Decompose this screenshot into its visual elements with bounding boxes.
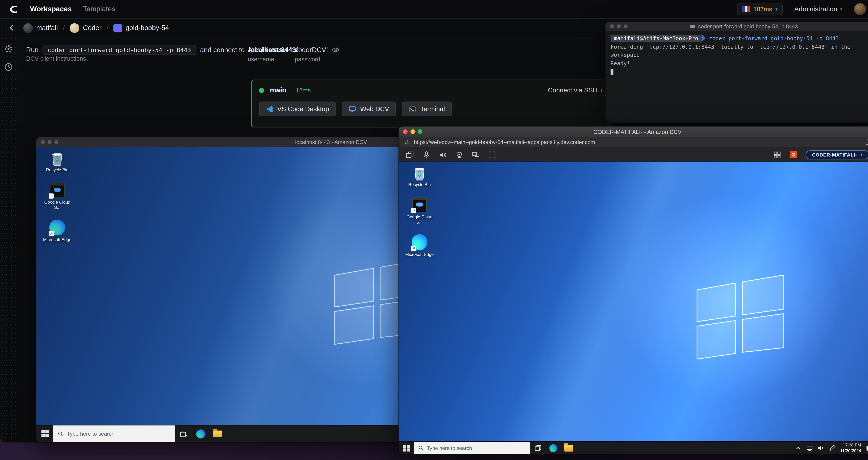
dcv-titlebar[interactable]: CODER-MATIFALI- - Amazon DCV bbox=[399, 126, 868, 137]
agent-name: main bbox=[270, 86, 286, 94]
vscode-desktop-label: VS Code Desktop bbox=[277, 106, 329, 112]
search-icon bbox=[418, 445, 424, 450]
minimize-button[interactable] bbox=[410, 130, 415, 134]
close-button[interactable] bbox=[41, 140, 45, 144]
zoom-button[interactable] bbox=[54, 140, 58, 144]
history-clock-icon[interactable] bbox=[4, 62, 13, 71]
latency-badge[interactable]: 187ms ▾ bbox=[737, 3, 783, 15]
eye-off-icon[interactable] bbox=[332, 46, 339, 54]
zoom-button[interactable] bbox=[418, 130, 422, 134]
top-navbar: Workspaces Templates 187ms ▾ Administrat… bbox=[0, 0, 868, 19]
folder-icon bbox=[690, 24, 695, 29]
site-connection-icon[interactable] bbox=[404, 139, 410, 145]
username-value: Administrator bbox=[248, 46, 288, 54]
close-button[interactable] bbox=[403, 130, 408, 134]
chevron-down-icon: ▾ bbox=[860, 152, 863, 157]
prompt-host: matifali@Atifs-MacBook-Pro bbox=[611, 35, 702, 42]
password-label: password bbox=[295, 56, 339, 62]
task-view-icon bbox=[180, 430, 188, 438]
breadcrumb-separator: / bbox=[106, 24, 108, 32]
file-explorer-button[interactable] bbox=[561, 442, 576, 454]
recycle-bin-icon[interactable]: Recycle Bin bbox=[403, 165, 436, 187]
speaker-icon[interactable] bbox=[439, 151, 447, 159]
webcam-icon[interactable] bbox=[455, 151, 463, 159]
terminal-output[interactable]: matifali@Atifs-MacBook-Procoder port-for… bbox=[606, 31, 868, 123]
multi-monitor-icon[interactable] bbox=[472, 151, 479, 159]
shortcut-arrow-icon: ↗ bbox=[49, 194, 54, 199]
microsoft-edge-icon[interactable]: ↗ Microsoft Edge bbox=[403, 234, 436, 257]
volume-icon[interactable] bbox=[817, 444, 824, 451]
typed-command: coder port-forward gold-booby-54 -p 8443 bbox=[709, 35, 839, 41]
monitor-icon bbox=[349, 105, 356, 113]
session-dropdown[interactable]: CODER-MATIFALI- ▾ bbox=[806, 150, 868, 159]
cloud-glyph bbox=[54, 188, 61, 192]
nav-workspaces[interactable]: Workspaces bbox=[30, 5, 72, 13]
task-view-button[interactable] bbox=[175, 425, 192, 442]
administration-menu[interactable]: Administration ▾ bbox=[794, 5, 842, 13]
nav-templates[interactable]: Templates bbox=[83, 5, 115, 13]
clock-time: 7:38 PM bbox=[840, 442, 861, 448]
terminal-titlebar[interactable]: coder port-forward gold-booby-54 -p 8443 bbox=[606, 22, 868, 31]
network-icon[interactable] bbox=[806, 444, 813, 451]
web-dcv-button[interactable]: Web DCV bbox=[342, 102, 396, 116]
start-button[interactable] bbox=[36, 425, 53, 442]
output-forwarding-line: Forwarding 'tcp://127.0.0.1:8443' locall… bbox=[611, 43, 868, 60]
powerline-arrow-icon bbox=[702, 35, 706, 41]
action-center-icon[interactable] bbox=[866, 444, 868, 451]
terminal-icon bbox=[409, 105, 416, 113]
terminal-title: coder port-forward gold-booby-54 -p 8443 bbox=[606, 23, 868, 29]
back-button[interactable] bbox=[6, 22, 18, 34]
microsoft-edge-icon[interactable]: ↗ Microsoft Edge bbox=[41, 220, 73, 242]
zoom-button[interactable] bbox=[624, 24, 627, 28]
notification-badge[interactable]: 3 bbox=[790, 151, 797, 158]
flag-france-icon bbox=[742, 6, 750, 12]
terminal-button[interactable]: Terminal bbox=[402, 102, 452, 116]
agent-card: main 12ms Connect via SSH ▾ VS Code Desk… bbox=[251, 79, 611, 128]
fullscreen-icon[interactable] bbox=[488, 151, 496, 159]
username-block: Administrator username bbox=[248, 46, 288, 62]
edge-icon bbox=[196, 429, 205, 438]
breadcrumb-user[interactable]: matifali bbox=[23, 23, 58, 33]
dcv-window-title: CODER-MATIFALI- - Amazon DCV bbox=[399, 128, 868, 135]
settings-gear-icon[interactable] bbox=[4, 44, 13, 53]
taskbar-search[interactable]: Type here to search bbox=[53, 425, 175, 442]
breadcrumb-template[interactable]: Coder bbox=[70, 23, 101, 33]
system-tray: 7:38 PM 11/20/2024 bbox=[791, 442, 868, 454]
web-dcv-label: Web DCV bbox=[360, 106, 389, 112]
start-button[interactable] bbox=[399, 442, 414, 454]
file-explorer-button[interactable] bbox=[209, 425, 226, 442]
windows-cascade-icon[interactable] bbox=[406, 151, 414, 159]
screen: Workspaces Templates 187ms ▾ Administrat… bbox=[0, 0, 868, 460]
minimize-button[interactable] bbox=[48, 140, 52, 144]
edge-taskbar-button[interactable] bbox=[546, 442, 561, 454]
close-button[interactable] bbox=[610, 24, 614, 28]
session-name: CODER-MATIFALI- bbox=[812, 152, 857, 157]
copy-page-icon[interactable] bbox=[865, 139, 868, 145]
pen-icon[interactable] bbox=[829, 444, 836, 451]
agent-latency: 12ms bbox=[296, 87, 311, 94]
latency-value: 187ms bbox=[753, 6, 772, 12]
dcv-client-instructions-link[interactable]: DCV client instructions bbox=[26, 55, 86, 62]
coder-logo[interactable] bbox=[8, 4, 19, 15]
connect-via-ssh-dropdown[interactable]: Connect via SSH ▾ bbox=[548, 87, 602, 94]
breadcrumb-user-label: matifali bbox=[36, 24, 58, 32]
task-view-button[interactable] bbox=[530, 442, 545, 454]
windows-logo bbox=[693, 274, 787, 365]
cloud-glyph bbox=[416, 203, 423, 206]
address-url[interactable]: https://web-dcv--main--gold-booby-54--ma… bbox=[414, 139, 861, 145]
edge-taskbar-button[interactable] bbox=[192, 425, 209, 442]
vscode-desktop-button[interactable]: VS Code Desktop bbox=[259, 102, 336, 116]
google-cloud-shell-icon[interactable]: ↗ Google Cloud S... bbox=[41, 182, 73, 210]
taskbar-search[interactable]: Type here to search bbox=[414, 442, 530, 454]
user-avatar[interactable] bbox=[854, 3, 866, 15]
taskbar-clock[interactable]: 7:38 PM 11/20/2024 bbox=[840, 442, 861, 453]
metrics-grid-icon[interactable] bbox=[773, 151, 781, 159]
google-cloud-shell-icon[interactable]: ↗ Google Cloud S... bbox=[403, 197, 436, 225]
desktop-icons: Recycle Bin ↗ Google Cloud S... ↗ bbox=[41, 150, 73, 242]
minimize-button[interactable] bbox=[617, 24, 621, 28]
tray-chevron-up-icon[interactable] bbox=[795, 444, 802, 451]
coder-matifali-dcv-window: CODER-MATIFALI- - Amazon DCV https://web… bbox=[399, 126, 868, 454]
recycle-bin-icon[interactable]: Recycle Bin bbox=[41, 150, 73, 173]
microphone-icon[interactable] bbox=[422, 151, 430, 159]
breadcrumb-workspace[interactable]: gold-booby-54 bbox=[114, 24, 169, 32]
